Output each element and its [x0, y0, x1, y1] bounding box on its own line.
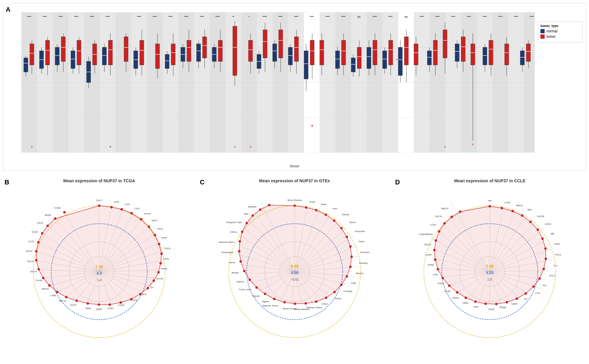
- svg-rect-299: [351, 58, 355, 72]
- svg-text:GBM: GBM: [85, 307, 91, 310]
- svg-rect-212: [218, 40, 222, 61]
- svg-marker-699: [434, 206, 546, 304]
- svg-text:KIRC: KIRC: [152, 219, 157, 222]
- svg-text:****: ****: [326, 15, 330, 18]
- svg-point-713: [516, 297, 518, 300]
- svg-text:PAAD: PAAD: [428, 264, 434, 266]
- boxplot-svg: **** **** **** **** **** **** **** **** …: [21, 12, 535, 153]
- svg-rect-385: [471, 44, 475, 65]
- svg-text:NB: NB: [488, 199, 492, 202]
- svg-text:5.23: 5.23: [486, 270, 494, 275]
- svg-text:SKCM: SKCM: [156, 277, 163, 280]
- svg-text:Pituitary: Pituitary: [359, 262, 368, 264]
- svg-text:MM: MM: [528, 208, 532, 211]
- svg-point-727: [443, 222, 446, 225]
- svg-text:****: ****: [530, 15, 534, 18]
- svg-text:ESCA: ESCA: [424, 243, 431, 246]
- svg-text:Thyroid: Thyroid: [251, 295, 260, 297]
- svg-text:****: ****: [278, 15, 283, 18]
- svg-rect-115: [77, 40, 81, 65]
- svg-point-525: [41, 232, 43, 234]
- svg-point-600: [293, 204, 296, 207]
- svg-rect-91: [46, 40, 50, 65]
- svg-rect-373: [455, 44, 459, 61]
- svg-rect-335: [398, 47, 403, 76]
- svg-rect-329: [388, 40, 393, 65]
- svg-text:1.4: 1.4: [97, 278, 101, 282]
- svg-point-711: [532, 285, 535, 288]
- svg-text:THYM: THYM: [35, 279, 42, 282]
- panel-b-title: Mean expression of NUP37 in TCGA: [3, 178, 195, 183]
- svg-text:****: ****: [168, 15, 173, 18]
- svg-point-723: [434, 258, 436, 261]
- svg-rect-158: [140, 40, 144, 65]
- svg-text:****: ****: [106, 15, 110, 18]
- svg-text:Bone Marrow: Bone Marrow: [287, 199, 302, 201]
- svg-point-728: [451, 216, 453, 218]
- svg-rect-200: [203, 37, 207, 58]
- svg-text:*: *: [248, 15, 250, 18]
- svg-text:Fallopian Tube: Fallopian Tube: [226, 221, 242, 224]
- svg-rect-139: [108, 40, 112, 65]
- svg-point-710: [538, 277, 541, 280]
- svg-rect-170: [165, 54, 169, 68]
- legend-normal: normal: [540, 29, 580, 33]
- svg-point-618: [273, 298, 275, 300]
- svg-text:Ovary: Ovary: [335, 297, 341, 300]
- svg-text:****: ****: [153, 15, 157, 18]
- svg-point-627: [245, 222, 248, 224]
- svg-text:LCML: LCML: [504, 201, 511, 204]
- svg-point-602: [315, 209, 317, 211]
- svg-point-512: [120, 301, 122, 304]
- svg-point-615: [305, 302, 307, 305]
- legend-normal-label: normal: [546, 29, 558, 33]
- chart-area: **** **** **** **** **** **** **** **** …: [21, 12, 535, 153]
- svg-rect-103: [61, 37, 65, 61]
- svg-text:COAD/READ: COAD/READ: [419, 233, 433, 236]
- svg-point-624: [238, 250, 240, 252]
- svg-text:LGG: LGG: [135, 207, 140, 210]
- svg-text:TGCT: TGCT: [96, 199, 103, 202]
- svg-point-498: [110, 206, 113, 208]
- panel-b-label: B: [4, 178, 9, 186]
- svg-rect-281: [320, 40, 324, 65]
- svg-text:Kidney: Kidney: [342, 213, 349, 216]
- svg-point-619: [264, 293, 266, 295]
- svg-point-280: [311, 125, 313, 126]
- svg-text:STAD: STAD: [107, 307, 113, 310]
- svg-point-502: [148, 225, 150, 228]
- svg-text:ACC: ACC: [142, 293, 147, 296]
- svg-rect-317: [373, 40, 377, 65]
- svg-text:MESO: MESO: [442, 207, 449, 210]
- svg-point-609: [349, 266, 352, 268]
- svg-text:PCPG: PCPG: [144, 213, 151, 215]
- svg-text:LGG: LGG: [535, 292, 540, 294]
- svg-text:Pancreas: Pancreas: [355, 230, 365, 233]
- svg-text:**: **: [232, 15, 235, 18]
- svg-point-629: [259, 208, 261, 211]
- svg-text:HNSC: HNSC: [26, 250, 33, 252]
- svg-text:SARC: SARC: [96, 308, 103, 311]
- svg-point-497: [98, 204, 100, 207]
- svg-text:****: ****: [451, 15, 456, 18]
- svg-point-708: [545, 258, 547, 260]
- svg-point-522: [35, 259, 37, 261]
- panel-c-label: C: [200, 178, 205, 186]
- svg-text:****: ****: [435, 15, 440, 18]
- svg-point-508: [153, 279, 155, 282]
- svg-point-616: [294, 303, 296, 305]
- svg-point-519: [48, 284, 51, 287]
- svg-text:SARC: SARC: [511, 303, 518, 305]
- svg-rect-398: [489, 40, 493, 65]
- svg-point-603: [325, 213, 327, 216]
- svg-rect-305: [357, 47, 361, 68]
- svg-point-506: [159, 262, 162, 264]
- svg-text:LIHC: LIHC: [433, 273, 438, 276]
- svg-point-700: [489, 205, 491, 207]
- svg-text:OV: OV: [524, 298, 528, 300]
- svg-rect-342: [404, 37, 409, 65]
- svg-text:LAML: LAML: [50, 294, 57, 297]
- svg-text:Breast: Breast: [231, 271, 239, 274]
- svg-point-628: [251, 214, 254, 217]
- svg-point-518: [56, 291, 58, 293]
